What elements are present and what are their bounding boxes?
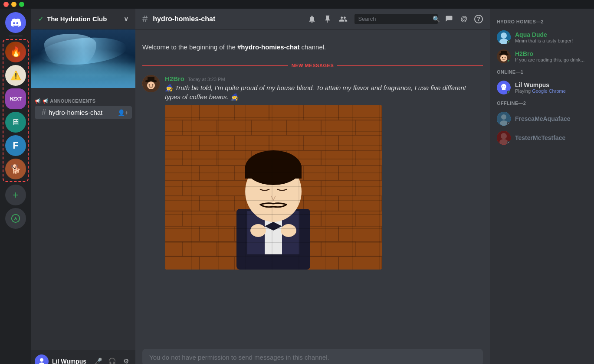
maximize-button[interactable] [19,2,24,7]
message-timestamp: Today at 3:23 PM [188,77,225,82]
search-input[interactable] [358,16,431,22]
member-info-aqua-dude: Aqua Dude Mmm that is a tasty burger! [515,31,587,43]
member-fresca[interactable]: FrescaMeAquaface [493,109,591,128]
svg-rect-40 [338,166,382,181]
mention-icon[interactable]: @ [460,15,467,23]
svg-rect-22 [356,120,382,135]
svg-rect-12 [234,105,269,120]
svg-point-94 [505,57,505,58]
member-h2bro[interactable]: H2Bro If you are reading this, go drink.… [493,47,591,66]
deafen-button[interactable]: 🎧 [106,355,118,364]
server-name: The Hydration Club [47,15,107,23]
members-icon[interactable] [339,15,348,23]
member-info-fresca: FrescaMeAquaface [515,115,587,122]
svg-rect-31 [217,150,252,166]
h2bro-avatar-svg [142,75,160,92]
section-title-offline: OFFLINE—2 [493,101,591,106]
anime-svg [165,105,382,270]
discord-home-button[interactable] [5,12,26,33]
bell-icon[interactable] [308,15,316,23]
add-server-label: + [13,189,19,201]
channel-name: hydro-homies-chat [49,109,102,116]
server-icon-streamdeck[interactable]: 🖥 [5,112,26,133]
message-content: H2Bro Today at 3:23 PM 🧙 Truth be told, … [165,75,483,270]
svg-rect-73 [234,257,269,270]
section-title-online: ONLINE—1 [493,69,591,75]
svg-rect-46 [321,181,356,196]
server-banner [31,29,135,88]
svg-rect-11 [200,105,234,120]
svg-rect-61 [234,226,269,241]
lil-wumpus-status: Playing Google Chrome [515,88,587,94]
user-avatar [35,354,49,364]
svg-rect-50 [269,196,304,211]
svg-rect-23 [165,135,200,150]
member-lil-wumpus[interactable]: Lil Wumpus Playing Google Chrome [493,78,591,97]
search-bar[interactable]: 🔍 [354,14,438,24]
svg-rect-75 [304,257,338,270]
svg-rect-51 [304,196,338,211]
svg-rect-43 [217,181,252,196]
fresca-status-dot [507,122,511,126]
intro-channel: #hydro-homies-chat [237,43,299,51]
svg-rect-69 [286,241,321,257]
svg-rect-83 [245,166,302,179]
new-messages-line-left [142,65,288,66]
announcements-label: 📢 announcements [43,98,95,104]
lil-wumpus-name: Lil Wumpus [515,81,587,88]
svg-rect-37 [234,166,269,181]
svg-rect-48 [200,196,234,211]
server-nzxt-label: NZXT [10,96,22,101]
svg-rect-33 [286,150,321,166]
mute-button[interactable]: 🎤 [92,355,104,364]
svg-point-1 [40,358,43,362]
add-member-icon[interactable]: 👤+ [118,109,128,116]
lil-wumpus-status-text: Playing [515,88,532,94]
server-icon-warning[interactable]: ⚠️ [5,65,26,86]
explore-servers-button[interactable] [5,208,26,229]
server-header[interactable]: ✓ The Hydration Club ∨ [31,9,135,29]
member-avatar-lil-wumpus [497,81,511,94]
server-icon-fire[interactable]: 🔥 [5,42,26,62]
h2bro-name: H2Bro [515,50,587,57]
svg-rect-27 [304,135,338,150]
svg-rect-19 [252,120,286,135]
svg-rect-76 [338,257,382,270]
close-button[interactable] [3,2,9,7]
svg-rect-45 [286,181,321,196]
server-icon-nzxt[interactable]: NZXT [5,88,26,109]
server-icon-doge[interactable]: 🐕 [5,159,26,179]
svg-rect-74 [269,257,304,270]
aqua-dude-status-dot [507,40,511,44]
members-sidebar: HYDRO HOMIES—2 Aqua Dude Mmm that is a t… [490,9,594,364]
member-tester[interactable]: TesterMcTestface [493,128,591,147]
lil-wumpus-status-dot [507,91,511,94]
member-aqua-dude[interactable]: Aqua Dude Mmm that is a tasty burger! [493,28,591,47]
headphones-icon: 🎧 [108,358,116,364]
minimize-button[interactable] [11,2,16,7]
svg-rect-70 [321,241,356,257]
intro-suffix: channel. [299,43,326,51]
main-content: # hydro-homies-chat 🔍 [135,9,490,364]
svg-point-2 [39,363,44,364]
settings-button[interactable]: ⚙ [120,355,132,364]
inbox-icon[interactable] [445,15,453,23]
help-icon[interactable]: ? [474,15,483,23]
add-server-button[interactable]: + [5,185,26,205]
svg-point-93 [502,57,503,58]
new-messages-divider: NEW MESSAGES [135,61,490,70]
server-icon-f[interactable]: F [5,135,26,156]
message-author[interactable]: H2Bro [165,75,184,82]
svg-rect-24 [200,135,234,150]
svg-point-6 [147,81,155,89]
channel-item-hydro-homies[interactable]: # hydro-homies-chat 👤+ [35,106,132,119]
svg-rect-47 [165,196,200,211]
svg-rect-68 [252,241,286,257]
channel-category-info[interactable]: 📢 📢 announcements [31,91,135,106]
new-messages-line-right [337,65,483,66]
user-controls: 🎤 🎧 ⚙ [92,355,132,364]
server-check-icon: ✓ [38,16,43,23]
pin-icon[interactable] [323,15,332,23]
svg-point-7 [149,84,150,86]
svg-rect-63 [304,226,338,241]
